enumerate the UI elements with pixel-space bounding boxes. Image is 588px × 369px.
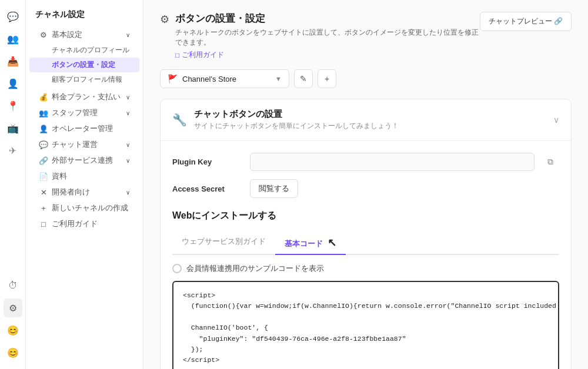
card-header-text: チャットボタンの設置 サイトにチャットボタンを簡単にインストールしてみましょう！ bbox=[194, 109, 399, 131]
copy-plugin-key-button[interactable]: ⧉ bbox=[542, 153, 559, 171]
operator-label: オペレーター管理 bbox=[52, 124, 113, 134]
channel-flag-icon: 🚩 bbox=[168, 74, 178, 83]
sidebar-group-staff[interactable]: 👥 スタッフ管理 ∨ bbox=[29, 105, 139, 121]
plugin-key-input[interactable] bbox=[250, 153, 534, 171]
guide-link-text: ご利用ガイド bbox=[182, 50, 224, 60]
billing-icon: 💰 bbox=[39, 93, 48, 102]
card-chevron-icon[interactable]: ∨ bbox=[553, 115, 559, 125]
add-icon: + bbox=[325, 74, 329, 83]
docs-label: 資料 bbox=[52, 172, 67, 182]
icon-rail: 💬 👥 📥 👤 📍 📺 ✈ ⏱ ⚙ 😊 😊 bbox=[0, 0, 26, 369]
chat-preview-label: チャットプレビュー 🔗 bbox=[489, 16, 563, 26]
tab-service-guide[interactable]: ウェブサービス別ガイド bbox=[172, 232, 275, 255]
sidebar-item-profile[interactable]: チャネルのプロフィール bbox=[29, 43, 139, 58]
sidebar-title: チャネル設定 bbox=[26, 9, 143, 27]
rail-icon-location[interactable]: 📍 bbox=[4, 96, 22, 115]
chat-preview-button[interactable]: チャットプレビュー 🔗 bbox=[480, 12, 572, 31]
card-body: Plugin Key ⧉ Access Secret 閲覧する Webにインスト… bbox=[161, 141, 571, 369]
card-header-icon: 🔧 bbox=[172, 113, 187, 127]
channel-edit-button[interactable]: ✎ bbox=[294, 69, 313, 88]
sidebar: チャネル設定 ⚙ 基本設定 ∨ チャネルのプロフィール ボタンの設置・設定 顧客… bbox=[26, 0, 143, 369]
page-header-text: ボタンの設置・設定 チャネルトークのボタンをウェブサイトに設置して、ボタンのイメ… bbox=[175, 12, 480, 60]
integrations-label: 外部サービス連携 bbox=[52, 156, 113, 166]
new-channel-label: 新しいチャネルの作成 bbox=[52, 203, 128, 213]
web-install-title: Webにインストールする bbox=[172, 210, 559, 222]
card-header-left: 🔧 チャットボタンの設置 サイトにチャットボタンを簡単にインストールしてみましょ… bbox=[172, 109, 399, 131]
channel-name: Channel's Store bbox=[182, 75, 236, 83]
rail-icon-settings[interactable]: ⚙ bbox=[4, 298, 22, 317]
billing-chevron-icon: ∨ bbox=[126, 94, 130, 100]
chat-ops-icon: 💬 bbox=[39, 140, 48, 149]
plugin-key-row: Plugin Key ⧉ bbox=[172, 153, 559, 171]
sidebar-group-integrations[interactable]: 🔗 外部サービス連携 ∨ bbox=[29, 153, 139, 169]
channel-add-button[interactable]: + bbox=[318, 69, 336, 88]
plugin-key-label: Plugin Key bbox=[172, 157, 243, 166]
member-info-label: 会員情報連携用のサンプルコードを表示 bbox=[186, 263, 324, 274]
staff-label: スタッフ管理 bbox=[52, 108, 98, 118]
chat-button-card: 🔧 チャットボタンの設置 サイトにチャットボタンを簡単にインストールしてみましょ… bbox=[160, 99, 572, 369]
staff-icon: 👥 bbox=[39, 109, 48, 118]
edit-icon: ✎ bbox=[300, 74, 307, 83]
page-header-icon: ⚙ bbox=[160, 13, 169, 26]
guide-link-icon: □ bbox=[175, 51, 179, 59]
access-secret-label: Access Secret bbox=[172, 184, 243, 193]
channel-selector-row: 🚩 Channel's Store ▼ ✎ + bbox=[160, 69, 572, 88]
sidebar-group-new-channel[interactable]: + 新しいチャネルの作成 bbox=[29, 200, 139, 216]
sidebar-item-customer-profile[interactable]: 顧客プロフィール情報 bbox=[29, 72, 139, 87]
dev-icon: ✕ bbox=[39, 188, 48, 197]
page-subtitle: チャネルトークのボタンをウェブサイトに設置して、ボタンのイメージを変更したり位置… bbox=[175, 28, 480, 48]
guide-label: ご利用ガイド bbox=[52, 219, 98, 229]
rail-icon-avatar1[interactable]: 😊 bbox=[4, 321, 22, 340]
cursor-icon: ↖ bbox=[328, 236, 336, 249]
rail-icon-profile[interactable]: 👤 bbox=[4, 74, 22, 93]
basic-settings-label: 基本設定 bbox=[52, 30, 82, 40]
sidebar-group-guide[interactable]: □ ご利用ガイド bbox=[29, 216, 139, 232]
channel-chevron-icon: ▼ bbox=[275, 75, 282, 82]
chat-ops-chevron-icon: ∨ bbox=[126, 142, 130, 148]
guide-link[interactable]: □ ご利用ガイド bbox=[175, 50, 480, 60]
guide-icon: □ bbox=[39, 220, 48, 229]
operator-icon: 👤 bbox=[39, 125, 48, 133]
channel-dropdown[interactable]: 🚩 Channel's Store ▼ bbox=[160, 69, 289, 88]
new-channel-icon: + bbox=[39, 204, 48, 213]
sidebar-section-basic: ⚙ 基本設定 ∨ チャネルのプロフィール ボタンの設置・設定 顧客プロフィール情… bbox=[26, 27, 143, 87]
rail-icon-send[interactable]: ✈ bbox=[4, 141, 22, 160]
tabs-row: ウェブサービス別ガイド 基本コード ↖ bbox=[172, 232, 559, 255]
rail-icon-chat[interactable]: 💬 bbox=[4, 7, 22, 26]
dev-chevron-icon: ∨ bbox=[126, 189, 130, 196]
card-subtitle: サイトにチャットボタンを簡単にインストールしてみましょう！ bbox=[194, 121, 399, 131]
copy-icon: ⧉ bbox=[547, 157, 553, 167]
basic-settings-icon: ⚙ bbox=[39, 31, 48, 39]
basic-chevron-icon: ∨ bbox=[126, 32, 130, 38]
view-secret-button[interactable]: 閲覧する bbox=[250, 179, 298, 198]
sidebar-group-operator[interactable]: 👤 オペレーター管理 bbox=[29, 121, 139, 137]
sidebar-item-button-settings[interactable]: ボタンの設置・設定 bbox=[29, 58, 139, 72]
billing-label: 料金プラン・支払い bbox=[52, 92, 121, 102]
sidebar-group-docs[interactable]: 📄 資料 bbox=[29, 169, 139, 184]
integrations-chevron-icon: ∨ bbox=[126, 157, 130, 164]
member-info-checkbox-row: 会員情報連携用のサンプルコードを表示 bbox=[172, 263, 559, 274]
main-content: ⚙ ボタンの設置・設定 チャネルトークのボタンをウェブサイトに設置して、ボタンの… bbox=[143, 0, 588, 369]
sidebar-group-billing[interactable]: 💰 料金プラン・支払い ∨ bbox=[29, 89, 139, 105]
access-secret-row: Access Secret 閲覧する bbox=[172, 179, 559, 198]
page-title: ボタンの設置・設定 bbox=[175, 12, 480, 25]
code-block[interactable]: <script> (function(){var w=window;if(w.C… bbox=[172, 281, 559, 369]
rail-icon-inbox[interactable]: 📥 bbox=[4, 52, 22, 71]
card-header: 🔧 チャットボタンの設置 サイトにチャットボタンを簡単にインストールしてみましょ… bbox=[161, 99, 571, 141]
rail-icon-avatar2[interactable]: 😊 bbox=[4, 343, 22, 362]
rail-icon-tv[interactable]: 📺 bbox=[4, 119, 22, 137]
sidebar-group-chat[interactable]: 💬 チャット運営 ∨ bbox=[29, 137, 139, 153]
tab-basic-code[interactable]: 基本コード ↖ bbox=[275, 232, 346, 255]
page-header-left: ⚙ ボタンの設置・設定 チャネルトークのボタンをウェブサイトに設置して、ボタンの… bbox=[160, 12, 480, 60]
integrations-icon: 🔗 bbox=[39, 156, 48, 165]
dev-label: 開発者向け bbox=[52, 187, 90, 197]
page-header: ⚙ ボタンの設置・設定 チャネルトークのボタンをウェブサイトに設置して、ボタンの… bbox=[160, 12, 572, 60]
rail-icon-clock[interactable]: ⏱ bbox=[4, 276, 22, 295]
rail-icon-users[interactable]: 👥 bbox=[4, 29, 22, 48]
sidebar-group-dev[interactable]: ✕ 開発者向け ∨ bbox=[29, 184, 139, 200]
member-info-checkbox[interactable] bbox=[172, 264, 182, 273]
sidebar-group-basic[interactable]: ⚙ 基本設定 ∨ bbox=[29, 27, 139, 43]
card-title: チャットボタンの設置 bbox=[194, 109, 399, 120]
chat-ops-label: チャット運営 bbox=[52, 140, 98, 150]
docs-icon: 📄 bbox=[39, 172, 48, 181]
